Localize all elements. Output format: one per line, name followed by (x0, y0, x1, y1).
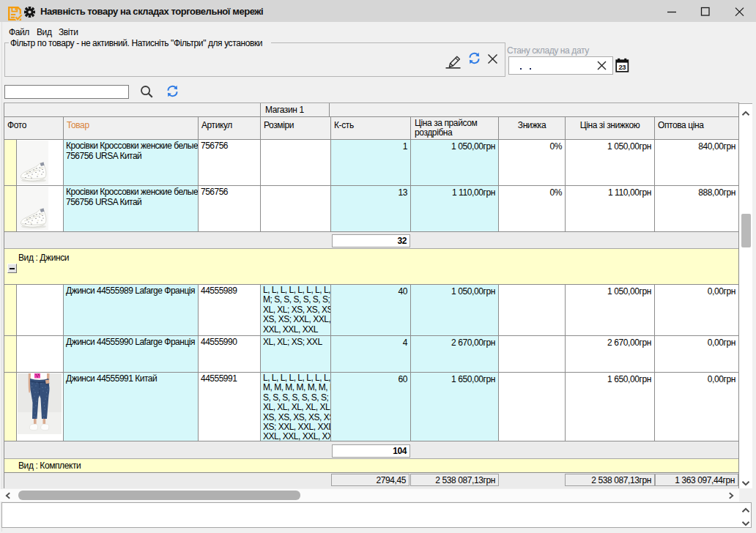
svg-text:23: 23 (618, 63, 626, 71)
